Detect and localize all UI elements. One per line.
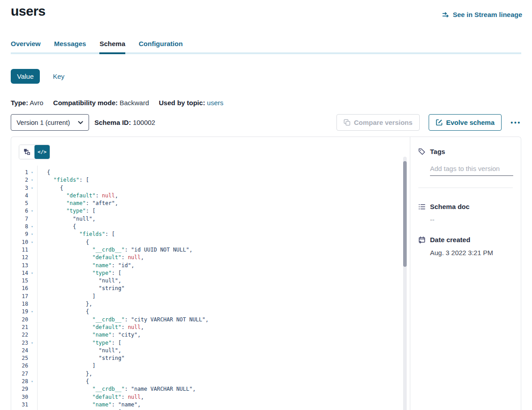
line-number: 18 xyxy=(11,300,28,308)
schema-id: Schema ID: 100002 xyxy=(94,119,155,126)
fold-toggle-icon[interactable]: ▾ xyxy=(31,239,36,246)
schema-meta-row: Type: Avro Compatibility mode: Backward … xyxy=(11,99,521,107)
fold-toggle-icon[interactable]: ▾ xyxy=(31,169,36,176)
version-select[interactable]: Version 1 (current) xyxy=(11,114,89,131)
stream-lineage-link[interactable]: See in Stream lineage xyxy=(442,11,522,18)
line-number: 20 xyxy=(11,316,28,324)
code-text: { xyxy=(47,169,50,176)
line-number: 6 xyxy=(11,207,28,215)
editor-scrollbar-thumb[interactable] xyxy=(403,161,407,267)
code-line: 3▾ { xyxy=(11,184,401,192)
code-text: "name": "city", xyxy=(47,331,141,339)
code-line: 16 "string" xyxy=(11,285,401,292)
list-icon xyxy=(418,203,426,210)
tab-underline-track xyxy=(11,52,521,54)
line-number: 28 xyxy=(11,378,28,385)
tag-icon xyxy=(418,148,426,155)
code-line: 14▾ "type": [ xyxy=(11,269,401,277)
key-toggle-link[interactable]: Key xyxy=(53,73,64,80)
evolve-schema-button[interactable]: Evolve schema xyxy=(429,114,502,131)
value-key-toggle: Value Key xyxy=(11,69,521,84)
code-view-button[interactable]: </> xyxy=(34,145,50,159)
fold-toggle-icon[interactable]: ▾ xyxy=(31,223,36,231)
code-line: 12 "default": null, xyxy=(11,254,401,261)
code-line: 21 "default": null, xyxy=(11,324,401,331)
schema-doc-section: Schema doc -- xyxy=(418,203,513,223)
meta-compatibility: Compatibility mode: Backward xyxy=(53,99,149,107)
line-number: 5 xyxy=(11,200,28,207)
stream-lineage-label: See in Stream lineage xyxy=(453,11,522,18)
code-text: "type": [ xyxy=(47,269,121,277)
code-line: 1▾{ xyxy=(11,169,401,176)
stream-lineage-icon xyxy=(442,12,450,18)
fold-toggle-icon[interactable]: ▾ xyxy=(31,207,36,215)
code-line: 4 "default": null, xyxy=(11,192,401,200)
code-text: "type": [ xyxy=(47,339,121,347)
code-lines[interactable]: 1▾{2▾ "fields": [3▾ {4 "default": null,5… xyxy=(11,169,401,410)
line-number: 27 xyxy=(11,370,28,378)
code-text: "default": null, xyxy=(47,324,144,331)
code-line: 7 "null", xyxy=(11,215,401,223)
line-number: 1 xyxy=(11,169,28,176)
topic-link[interactable]: users xyxy=(207,99,224,107)
code-text: "string" xyxy=(47,285,124,292)
line-number: 11 xyxy=(11,246,28,254)
meta-type-value: Avro xyxy=(30,99,43,107)
fold-toggle-icon[interactable]: ▾ xyxy=(31,378,36,385)
line-number: 30 xyxy=(11,393,28,401)
code-line: 15 "null", xyxy=(11,277,401,285)
line-number: 26 xyxy=(11,362,28,370)
line-number: 24 xyxy=(11,347,28,354)
code-line: 13 "name": "id", xyxy=(11,262,401,269)
fold-toggle-icon[interactable]: ▾ xyxy=(31,176,36,184)
code-text: "default": null, xyxy=(47,254,144,261)
tab-messages[interactable]: Messages xyxy=(54,40,86,52)
calendar-plus-icon xyxy=(418,236,426,243)
compare-versions-button[interactable]: Compare versions xyxy=(336,114,420,131)
code-text: "null", xyxy=(47,347,121,354)
code-line: 19▾ { xyxy=(11,308,401,316)
fold-toggle-icon[interactable]: ▾ xyxy=(31,184,36,192)
line-number: 10 xyxy=(11,239,28,246)
code-line: 10▾ { xyxy=(11,239,401,246)
more-actions-button[interactable]: ••• xyxy=(511,119,521,126)
code-text: ] xyxy=(47,362,95,370)
code-line: 18 }, xyxy=(11,300,401,308)
value-toggle-button[interactable]: Value xyxy=(11,69,40,84)
code-view-icon: </> xyxy=(38,149,47,155)
schema-page: users See in Stream lineage Overview Mes… xyxy=(0,4,532,410)
code-line: 8▾ { xyxy=(11,223,401,231)
code-text: }, xyxy=(47,300,92,308)
meta-compat-label: Compatibility mode: xyxy=(53,99,118,107)
tab-overview[interactable]: Overview xyxy=(11,40,41,52)
compare-versions-label: Compare versions xyxy=(354,119,413,126)
tab-bar: Overview Messages Schema Configuration xyxy=(11,40,521,52)
version-actions: Compare versions Evolve schema ••• xyxy=(336,114,521,131)
code-line: 30 "default": null, xyxy=(11,393,401,401)
tab-configuration[interactable]: Configuration xyxy=(139,40,183,52)
line-number: 23 xyxy=(11,339,28,347)
meta-topic-label: Used by topic: xyxy=(159,99,205,107)
schema-info-sidebar: Tags Schema doc -- xyxy=(410,137,521,410)
meta-compat-value: Backward xyxy=(119,99,149,107)
fold-toggle-icon[interactable]: ▾ xyxy=(31,308,36,316)
fold-toggle-icon[interactable]: ▾ xyxy=(31,269,36,277)
line-number: 22 xyxy=(11,331,28,339)
tab-schema[interactable]: Schema xyxy=(99,40,125,52)
add-tags-input[interactable] xyxy=(430,165,513,176)
code-text: { xyxy=(47,239,89,246)
code-line: 17 ] xyxy=(11,293,401,300)
meta-type-label: Type: xyxy=(11,99,28,107)
schema-doc-header: Schema doc xyxy=(418,203,513,210)
code-line: 22 "name": "city", xyxy=(11,331,401,339)
fold-toggle-icon[interactable]: ▾ xyxy=(31,231,36,238)
code-text: "__crdb__": "city VARCHAR NOT NULL", xyxy=(47,316,209,324)
line-number: 31 xyxy=(11,401,28,409)
version-bar: Version 1 (current) Schema ID: 100002 Co… xyxy=(11,114,521,131)
code-line: 23▾ "type": [ xyxy=(11,339,401,347)
fold-toggle-icon[interactable]: ▾ xyxy=(31,339,36,347)
date-created-value: Aug. 3 2022 3:21 PM xyxy=(430,249,513,256)
tree-view-button[interactable] xyxy=(19,145,34,159)
schema-doc-heading: Schema doc xyxy=(430,203,469,210)
tree-view-icon xyxy=(24,149,30,155)
